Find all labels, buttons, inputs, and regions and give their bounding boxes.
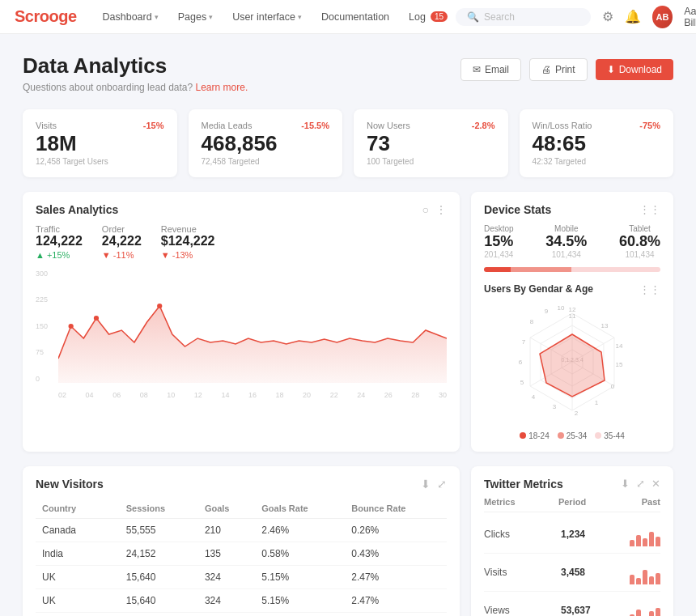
- bar: [636, 535, 641, 546]
- bell-icon[interactable]: 🔔: [625, 9, 641, 24]
- nav-documentation[interactable]: Documentation: [313, 8, 397, 26]
- brand-logo[interactable]: Scrooge: [15, 7, 77, 26]
- nav-dashboard[interactable]: Dashboard ▾: [95, 8, 167, 26]
- nav-items: Dashboard ▾ Pages ▾ User interface ▾ Doc…: [95, 8, 456, 26]
- bottom-grid: New Visitors ⬇ ⤢ CountrySessionsGoalsGoa…: [23, 466, 673, 616]
- table-row: Canada55,5552102.46%0.26%: [36, 518, 447, 542]
- search-bar[interactable]: 🔍 Search: [456, 8, 591, 26]
- table-row: Botswana12,1488544.19%0.1%: [36, 612, 447, 616]
- table-row: UK15,6403245.15%2.47%: [36, 565, 447, 588]
- radar-title: Users By Gendar & Age: [484, 283, 593, 295]
- bar: [649, 611, 654, 616]
- nav-user-interface[interactable]: User interface ▾: [224, 8, 310, 26]
- kpi-label: Media Leads -15.5%: [202, 121, 330, 130]
- twitter-cols: Metrics Period Past: [484, 497, 660, 512]
- close-icon[interactable]: ✕: [651, 478, 660, 490]
- print-button[interactable]: 🖨 Print: [529, 58, 588, 81]
- kpi-label: Win/Loss Ratio -75%: [533, 121, 661, 130]
- sales-chart: 300225150750: [36, 270, 447, 399]
- svg-marker-27: [540, 334, 605, 397]
- download-icon: ⬇: [607, 64, 615, 75]
- page-subtitle: Questions about onboarding lead data? Le…: [23, 82, 248, 93]
- kpi-card: Media Leads -15.5% 468,856 72,458 Target…: [189, 109, 343, 177]
- kpi-sub: 100 Targeted: [367, 157, 495, 166]
- chart-y-axis: 300225150750: [36, 270, 55, 383]
- email-button[interactable]: ✉ Email: [460, 58, 521, 81]
- kpi-value: 18M: [36, 132, 164, 155]
- tm-value: 3,458: [561, 567, 601, 578]
- svg-text:13: 13: [601, 322, 609, 329]
- table-row: India24,1521350.58%0.43%: [36, 542, 447, 565]
- kpi-label: Visits -15%: [36, 121, 164, 130]
- sales-metric: Traffic 124,222 ▲ +15%: [36, 224, 83, 260]
- search-icon: 🔍: [467, 11, 479, 23]
- bar: [656, 608, 660, 616]
- settings-icon[interactable]: ⚙: [602, 9, 613, 24]
- device-item: Mobile 34.5% 101,434: [545, 224, 587, 259]
- kpi-card: Visits -15% 18M 12,458 Target Users: [23, 109, 177, 177]
- kpi-value: 468,856: [202, 132, 330, 155]
- tm-chart: [630, 560, 660, 584]
- kpi-card: Win/Loss Ratio -75% 48:65 42:32 Targeted: [520, 109, 674, 177]
- device-card-title: Device Stats: [484, 203, 551, 216]
- download-icon[interactable]: ⬇: [421, 478, 431, 491]
- chevron-down-icon: ▾: [209, 13, 213, 21]
- page-header-left: Data Analytics Questions about onboardin…: [23, 53, 248, 93]
- svg-text:3: 3: [553, 403, 557, 410]
- bar: [643, 538, 647, 546]
- tm-chart: [630, 522, 660, 546]
- table-icons: ⬇ ⤢: [421, 478, 447, 491]
- bar: [649, 576, 654, 584]
- twitter-metric-row: Views 53,637: [484, 592, 660, 616]
- page-content: Data Analytics Questions about onboardin…: [0, 34, 696, 616]
- sales-metrics: Traffic 124,222 ▲ +15% Order 24,222 ▼ -1…: [36, 224, 447, 260]
- chart-x-axis: 020406081012141618202224262830: [58, 391, 447, 399]
- menu-icon[interactable]: ⋮: [435, 203, 447, 216]
- expand-icon[interactable]: ⤢: [636, 478, 645, 490]
- nav-right: 🔍 Search ⚙ 🔔 AB Aash Bill ▾: [456, 6, 696, 28]
- menu-icon[interactable]: ⋮⋮: [639, 203, 660, 215]
- svg-text:11: 11: [569, 312, 576, 320]
- nav-log[interactable]: Log 15: [401, 8, 456, 26]
- kpi-change: -15.5%: [301, 121, 329, 130]
- mobile-bar: [511, 267, 571, 272]
- svg-text:7: 7: [522, 338, 526, 346]
- circle-icon[interactable]: ○: [422, 203, 429, 216]
- device-card-header: Device Stats ⋮⋮: [484, 203, 660, 216]
- tm-label: Views: [484, 605, 533, 616]
- radar-menu-icon[interactable]: ⋮⋮: [639, 283, 660, 295]
- twitter-metric-row: Clicks 1,234: [484, 516, 660, 554]
- svg-text:5: 5: [520, 379, 524, 386]
- svg-text:9: 9: [545, 308, 549, 315]
- tm-label: Clicks: [484, 529, 533, 540]
- learn-more-link[interactable]: Learn more.: [196, 82, 248, 93]
- right-panels: Twitter Metrics ⬇ ⤢ ✕ Metrics Period Pas…: [471, 466, 673, 616]
- download-icon[interactable]: ⬇: [621, 478, 630, 490]
- bar: [636, 610, 641, 616]
- bar: [656, 573, 660, 584]
- visitors-header: New Visitors ⬇ ⤢: [36, 478, 447, 491]
- expand-icon[interactable]: ⤢: [437, 478, 447, 491]
- svg-text:2: 2: [575, 410, 579, 417]
- kpi-value: 73: [367, 132, 495, 155]
- radar-chart: 12 11 13 14 15 0 1 2 3 4 5 6 7 8: [484, 304, 660, 440]
- download-button[interactable]: ⬇ Download: [596, 59, 673, 80]
- tm-chart: [630, 598, 660, 616]
- bar: [656, 537, 660, 546]
- twitter-metric-row: Visits 3,458: [484, 554, 660, 592]
- kpi-change: -15%: [143, 121, 164, 130]
- avatar[interactable]: AB: [652, 6, 673, 28]
- table-row: UK15,6403245.15%2.47%: [36, 588, 447, 612]
- chart-inner: [58, 270, 447, 383]
- svg-text:1: 1: [595, 399, 599, 406]
- tablet-bar: [571, 267, 660, 272]
- nav-pages[interactable]: Pages ▾: [170, 8, 221, 26]
- middle-grid: Sales Analytics ○ ⋮ Traffic 124,222 ▲ +1…: [23, 192, 673, 452]
- page-title: Data Analytics: [23, 53, 248, 79]
- radar-section: Users By Gendar & Age ⋮⋮: [484, 283, 660, 440]
- svg-text:4: 4: [532, 393, 536, 401]
- sales-metric: Order 24,222 ▼ -11%: [102, 224, 142, 260]
- page-header: Data Analytics Questions about onboardin…: [23, 53, 673, 93]
- bar: [649, 532, 654, 546]
- twitter-header: Twitter Metrics ⬇ ⤢ ✕: [484, 478, 660, 491]
